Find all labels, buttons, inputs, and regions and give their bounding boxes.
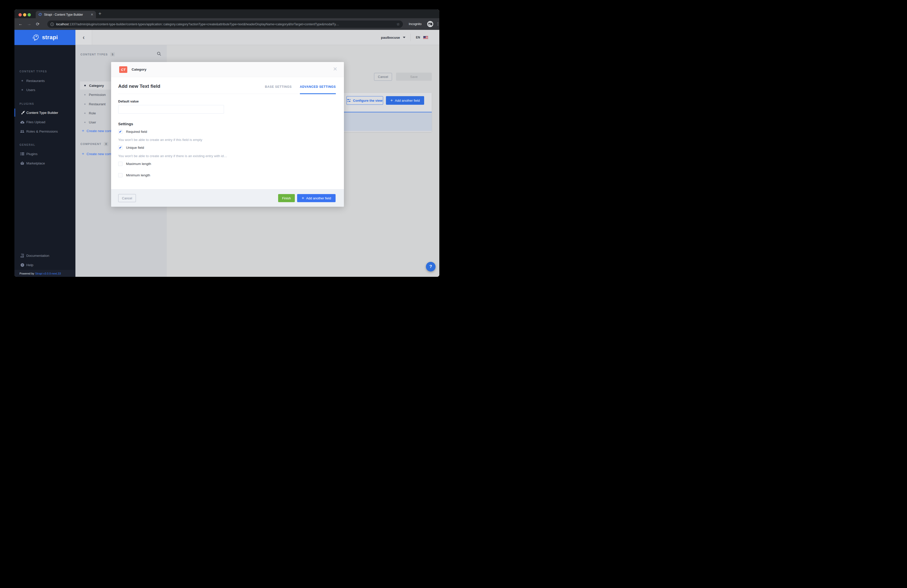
cancel-button[interactable]: Cancel bbox=[374, 73, 392, 81]
modal-tabs: BASE SETTINGS ADVANCED SETTINGS bbox=[265, 85, 336, 94]
modal-add-another-field-button[interactable]: + Add another field bbox=[297, 194, 336, 202]
url-path: :1337/admin/plugins/content-type-builder… bbox=[69, 22, 339, 26]
back-chevron-icon: ‹ bbox=[83, 34, 85, 41]
bullet-icon bbox=[19, 80, 26, 82]
incognito-icon bbox=[427, 21, 433, 27]
users-group-icon bbox=[19, 130, 26, 133]
basket-icon bbox=[19, 162, 26, 165]
url-host: localhost bbox=[56, 22, 69, 26]
site-info-icon[interactable] bbox=[50, 22, 54, 26]
bookmark-star-icon[interactable]: ☆ bbox=[397, 22, 400, 27]
sidebar-item-users[interactable]: Users bbox=[14, 86, 75, 94]
bullet-icon bbox=[84, 94, 85, 95]
required-field-checkbox[interactable]: ✔ bbox=[118, 130, 122, 134]
modal-heading: Add new Text field bbox=[118, 83, 265, 94]
tab-advanced-settings[interactable]: ADVANCED SETTINGS bbox=[300, 85, 336, 94]
back-button[interactable]: ‹ bbox=[75, 30, 92, 45]
sidebar-item-help[interactable]: ? Help bbox=[14, 261, 75, 269]
settings-heading: Settings bbox=[118, 122, 133, 126]
macos-close-button[interactable] bbox=[18, 13, 22, 16]
forward-icon[interactable]: → bbox=[27, 21, 32, 27]
browser-tabstrip: Strapi - Content Type Builder ✕ + bbox=[14, 10, 439, 18]
content-type-badge: CT bbox=[119, 66, 127, 73]
powered-by-footer: Powered by Strapi v3.0.0-next.33 bbox=[14, 270, 75, 277]
browser-menu-icon[interactable]: ⋮ bbox=[436, 21, 439, 26]
sidebar-item-roles-permissions[interactable]: Roles & Permissions bbox=[14, 127, 75, 135]
modal-content-type-name: Category bbox=[131, 67, 146, 71]
tab-title: Strapi - Content Type Builder bbox=[44, 13, 88, 16]
unique-field-checkbox[interactable]: ✔ bbox=[118, 146, 122, 150]
new-tab-button[interactable]: + bbox=[98, 11, 101, 17]
bullet-icon bbox=[84, 112, 85, 114]
url-bar[interactable]: localhost:1337/admin/plugins/content-typ… bbox=[47, 21, 403, 28]
url-text: localhost:1337/admin/plugins/content-typ… bbox=[56, 22, 394, 26]
plus-icon: + bbox=[302, 195, 304, 201]
chevron-down-icon[interactable] bbox=[403, 37, 405, 38]
unique-field-description: You won't be able to create an entry if … bbox=[118, 154, 227, 158]
macos-maximize-button[interactable] bbox=[27, 13, 31, 16]
minimum-length-checkbox[interactable] bbox=[118, 173, 122, 177]
search-icon[interactable] bbox=[157, 51, 161, 56]
tab-base-settings[interactable]: BASE SETTINGS bbox=[265, 85, 292, 94]
default-value-label: Default value bbox=[118, 99, 139, 103]
tab-close-icon[interactable]: ✕ bbox=[91, 13, 93, 16]
incognito-label: Incognito bbox=[409, 18, 421, 30]
configure-view-button[interactable]: Configure the view bbox=[346, 96, 383, 105]
close-icon[interactable]: ✕ bbox=[333, 66, 337, 72]
reload-icon[interactable]: ⟳ bbox=[35, 21, 40, 27]
modal-header: CT Category ✕ bbox=[111, 62, 344, 77]
plus-icon: + bbox=[82, 151, 84, 156]
sidebar-item-restaurants[interactable]: Restaurants bbox=[14, 77, 75, 85]
required-field-description: You won't be able to create an entry if … bbox=[118, 138, 202, 142]
back-icon[interactable]: ← bbox=[18, 21, 23, 27]
sidebar-item-marketplace[interactable]: Marketplace bbox=[14, 159, 75, 167]
locale-label[interactable]: EN bbox=[416, 36, 420, 39]
bullet-icon bbox=[84, 122, 85, 123]
required-field-row[interactable]: ✔ Required field bbox=[118, 130, 147, 134]
add-field-modal: CT Category ✕ Add new Text field BASE SE… bbox=[111, 62, 344, 207]
strapi-logo[interactable]: strapi bbox=[14, 30, 75, 45]
sidebar-item-plugins[interactable]: Plugins bbox=[14, 150, 75, 158]
modal-title-row: Add new Text field BASE SETTINGS ADVANCE… bbox=[118, 77, 336, 94]
add-another-field-button[interactable]: + Add another field bbox=[386, 96, 424, 105]
browser-toolbar: ← → ⟳ localhost:1337/admin/plugins/conte… bbox=[14, 18, 439, 30]
maximum-length-checkbox[interactable] bbox=[118, 162, 122, 166]
modal-footer: Cancel Finish + Add another field bbox=[111, 189, 344, 207]
bullet-icon bbox=[84, 104, 85, 105]
strapi-favicon-icon bbox=[38, 13, 42, 16]
macos-minimize-button[interactable] bbox=[23, 13, 26, 16]
minimum-length-row[interactable]: Minimum length bbox=[118, 173, 150, 177]
paintbrush-icon bbox=[20, 111, 26, 115]
list-icon bbox=[19, 152, 26, 155]
component-count-badge: 0 bbox=[104, 142, 108, 146]
unique-field-row[interactable]: ✔ Unique field bbox=[118, 146, 144, 150]
browser-tab[interactable]: Strapi - Content Type Builder ✕ bbox=[36, 11, 96, 18]
help-fab-button[interactable]: ? bbox=[426, 262, 436, 271]
maximum-length-row[interactable]: Maximum length bbox=[118, 162, 151, 166]
sidebar-section-content-types: CONTENT TYPES bbox=[19, 70, 47, 73]
sidebar-item-files-upload[interactable]: Files Upload bbox=[14, 118, 75, 126]
default-value-input[interactable] bbox=[118, 105, 224, 114]
strapi-rocket-icon bbox=[32, 34, 40, 41]
finish-button[interactable]: Finish bbox=[278, 194, 295, 202]
help-circle-icon: ? bbox=[19, 263, 26, 267]
bullet-icon bbox=[84, 85, 86, 86]
panel-header-label: CONTENT TYPES bbox=[80, 53, 108, 56]
svg-text:?: ? bbox=[21, 264, 23, 266]
plus-icon: + bbox=[390, 98, 393, 103]
save-button[interactable]: Save bbox=[396, 73, 432, 81]
sidebar-section-plugins: PLUGINS bbox=[19, 102, 34, 105]
divider bbox=[410, 34, 411, 41]
top-header: ‹ paulbocuse EN bbox=[75, 30, 439, 45]
bullet-icon bbox=[19, 89, 26, 91]
user-menu[interactable]: paulbocuse bbox=[381, 36, 400, 40]
sidebar: strapi CONTENT TYPES Restaurants Users P… bbox=[14, 30, 75, 277]
sidebar-section-general: GENERAL bbox=[19, 143, 35, 146]
modal-cancel-button[interactable]: Cancel bbox=[118, 194, 136, 202]
filter-icon bbox=[347, 99, 351, 102]
strapi-version-link[interactable]: Strapi v3.0.0-next.33 bbox=[35, 272, 61, 275]
sidebar-item-documentation[interactable]: Documentation bbox=[14, 252, 75, 260]
sidebar-item-content-type-builder[interactable]: Content Type Builder bbox=[14, 109, 75, 117]
us-flag-icon[interactable] bbox=[423, 36, 428, 39]
book-icon bbox=[19, 254, 26, 258]
